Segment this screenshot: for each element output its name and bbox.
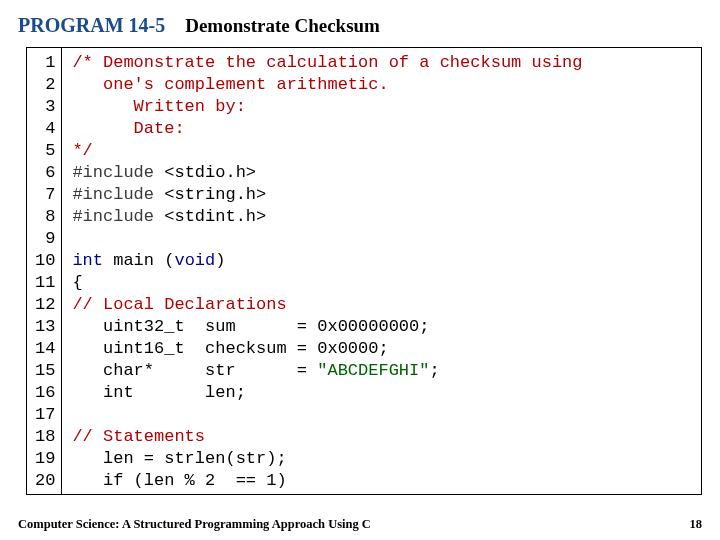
code-token: { bbox=[72, 273, 82, 292]
line-number: 7 bbox=[35, 184, 55, 206]
line-number: 13 bbox=[35, 316, 55, 338]
line-number: 5 bbox=[35, 140, 55, 162]
code-token: Written by: bbox=[72, 97, 245, 116]
code-line: len = strlen(str); bbox=[72, 448, 582, 470]
page-number: 18 bbox=[690, 517, 703, 532]
code-line: /* Demonstrate the calculation of a chec… bbox=[72, 52, 582, 74]
code-token: void bbox=[174, 251, 215, 270]
code-line: */ bbox=[72, 140, 582, 162]
code-line: uint16_t checksum = 0x0000; bbox=[72, 338, 582, 360]
code-line: uint32_t sum = 0x00000000; bbox=[72, 316, 582, 338]
code-token: uint16_t checksum = 0x0000; bbox=[72, 339, 388, 358]
code-line bbox=[72, 228, 582, 250]
code-line: int main (void) bbox=[72, 250, 582, 272]
code-line: char* str = "ABCDEFGHI"; bbox=[72, 360, 582, 382]
line-number: 14 bbox=[35, 338, 55, 360]
book-title: Computer Science: A Structured Programmi… bbox=[18, 517, 371, 532]
code-token: */ bbox=[72, 141, 92, 160]
code-token: main ( bbox=[103, 251, 174, 270]
code-line: #include <stdio.h> bbox=[72, 162, 582, 184]
code-line: if (len % 2 == 1) bbox=[72, 470, 582, 492]
code-token: <string.h> bbox=[164, 185, 266, 204]
code-token: #include bbox=[72, 185, 164, 204]
code-line: #include <stdint.h> bbox=[72, 206, 582, 228]
code-token: #include bbox=[72, 163, 164, 182]
line-number-gutter: 1234567891011121314151617181920 bbox=[27, 48, 62, 494]
code-token: Date: bbox=[72, 119, 184, 138]
code-token: "ABCDEFGHI" bbox=[317, 361, 429, 380]
code-token: <stdint.h> bbox=[164, 207, 266, 226]
code-line: Written by: bbox=[72, 96, 582, 118]
line-number: 6 bbox=[35, 162, 55, 184]
line-number: 16 bbox=[35, 382, 55, 404]
code-line: one's complement arithmetic. bbox=[72, 74, 582, 96]
code-token: one's complement arithmetic. bbox=[72, 75, 388, 94]
code-token: // Statements bbox=[72, 427, 205, 446]
code-token: #include bbox=[72, 207, 164, 226]
slide-footer: Computer Science: A Structured Programmi… bbox=[0, 517, 720, 532]
code-token: <stdio.h> bbox=[164, 163, 256, 182]
line-number: 12 bbox=[35, 294, 55, 316]
line-number: 2 bbox=[35, 74, 55, 96]
code-token: if (len % 2 == 1) bbox=[72, 471, 286, 490]
line-number: 3 bbox=[35, 96, 55, 118]
line-number: 17 bbox=[35, 404, 55, 426]
line-number: 15 bbox=[35, 360, 55, 382]
line-number: 4 bbox=[35, 118, 55, 140]
code-token: /* Demonstrate the calculation of a chec… bbox=[72, 53, 582, 72]
line-number: 8 bbox=[35, 206, 55, 228]
line-number: 10 bbox=[35, 250, 55, 272]
line-number: 20 bbox=[35, 470, 55, 492]
line-number: 18 bbox=[35, 426, 55, 448]
code-line: // Statements bbox=[72, 426, 582, 448]
code-line: { bbox=[72, 272, 582, 294]
code-line bbox=[72, 404, 582, 426]
code-line: // Local Declarations bbox=[72, 294, 582, 316]
code-token: len = strlen(str); bbox=[72, 449, 286, 468]
code-token: // Local Declarations bbox=[72, 295, 286, 314]
code-line: #include <string.h> bbox=[72, 184, 582, 206]
code-listing: 1234567891011121314151617181920 /* Demon… bbox=[26, 47, 702, 495]
code-token: ; bbox=[429, 361, 439, 380]
code-token: ) bbox=[215, 251, 225, 270]
code-line: int len; bbox=[72, 382, 582, 404]
program-label: PROGRAM 14-5 bbox=[18, 14, 165, 37]
line-number: 19 bbox=[35, 448, 55, 470]
code-token: int len; bbox=[72, 383, 245, 402]
code-token: int bbox=[72, 251, 103, 270]
code-token: uint32_t sum = 0x00000000; bbox=[72, 317, 429, 336]
line-number: 9 bbox=[35, 228, 55, 250]
code-line: Date: bbox=[72, 118, 582, 140]
slide-header: PROGRAM 14-5 Demonstrate Checksum bbox=[0, 0, 720, 47]
code-token: char* str = bbox=[72, 361, 317, 380]
program-title: Demonstrate Checksum bbox=[185, 15, 380, 37]
line-number: 11 bbox=[35, 272, 55, 294]
line-number: 1 bbox=[35, 52, 55, 74]
code-body: /* Demonstrate the calculation of a chec… bbox=[62, 48, 588, 494]
